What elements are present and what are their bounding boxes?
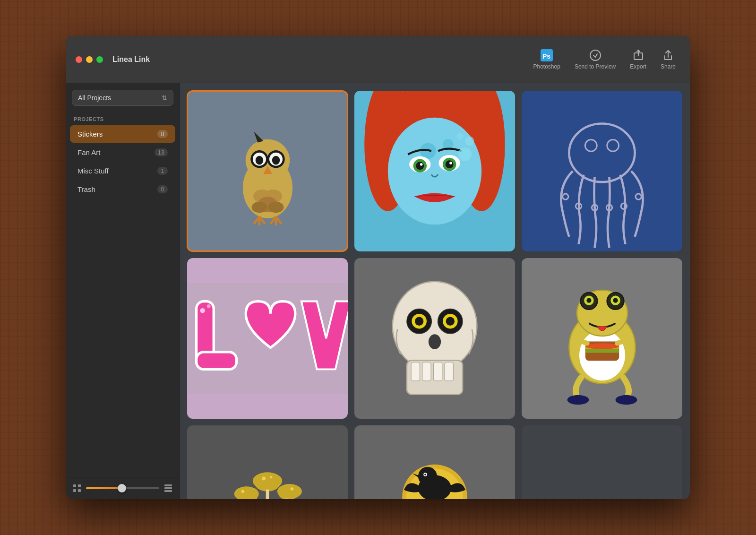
maximize-button[interactable] [96,56,103,63]
svg-rect-9 [164,487,172,489]
svg-point-92 [613,298,618,303]
window-title: Linea Link [112,55,150,64]
share-button[interactable]: Share [661,49,676,70]
sidebar-item-fan-art-label: Fan Art [77,148,155,156]
svg-point-50 [457,133,464,139]
export-button[interactable]: Export [630,49,646,70]
svg-point-112 [241,490,245,493]
svg-point-91 [586,298,591,303]
traffic-lights [76,56,103,63]
sidebar-item-trash-count: 0 [157,185,168,193]
gallery-card-skull1[interactable] [354,258,515,419]
project-selector[interactable]: All Projects ⇅ [72,90,173,106]
project-selector-label: All Projects [78,94,111,102]
svg-point-116 [291,488,294,491]
share-label: Share [661,63,676,70]
svg-rect-80 [411,362,420,380]
svg-point-115 [277,484,302,499]
svg-point-111 [234,487,259,499]
svg-point-18 [255,155,263,164]
sidebar-item-misc-stuff-count: 1 [157,167,168,175]
toolbar-actions: Ps Photoshop Send to Preview Export [533,49,676,70]
gallery-card-mushroom[interactable] [187,425,348,499]
svg-point-24 [251,201,267,212]
gallery-card-owl[interactable] [187,91,348,251]
svg-point-126 [424,474,426,475]
svg-rect-81 [422,362,431,380]
sidebar-item-misc-stuff[interactable]: Misc Stuff 1 [70,162,175,180]
svg-point-124 [418,466,437,485]
svg-point-108 [270,476,272,479]
zoom-slider-track [86,487,159,489]
owl-artwork [187,91,348,251]
svg-rect-4 [73,484,76,487]
gallery-grid [187,91,682,499]
send-to-preview-button[interactable]: Send to Preview [575,49,616,70]
projects-section-header: PROJECTS [66,112,179,125]
close-button[interactable] [76,56,82,63]
svg-point-71 [393,281,477,371]
gallery-card-frog[interactable] [522,258,682,419]
view-list-icon[interactable] [163,483,173,493]
send-to-preview-icon [589,49,601,61]
svg-point-77 [446,317,455,325]
sidebar: All Projects ⇅ PROJECTS Stickers 8 Fan A… [66,83,180,499]
gallery-card-love[interactable] [187,258,348,419]
gallery-card-mermaid[interactable] [354,91,515,251]
svg-point-106 [253,473,282,490]
svg-rect-82 [433,362,442,380]
mermaid-artwork [354,91,515,251]
main-content: All Projects ⇅ PROJECTS Stickers 8 Fan A… [66,83,690,499]
zoom-slider-container [86,487,159,489]
svg-point-95 [585,343,619,349]
svg-point-36 [388,118,481,225]
sidebar-item-fan-art-count: 13 [155,148,168,156]
svg-rect-63 [197,352,237,370]
svg-point-2 [590,50,601,60]
share-icon [662,49,674,61]
svg-marker-13 [254,131,263,142]
app-window: Linea Link Ps Photoshop Send to Preview [66,36,690,499]
gallery [180,83,690,499]
project-selector-arrows-icon: ⇅ [162,94,167,102]
svg-point-47 [449,162,452,164]
svg-point-45 [446,160,454,168]
zoom-slider-thumb[interactable] [118,484,126,492]
export-label: Export [630,63,646,70]
send-to-preview-label: Send to Preview [575,63,616,70]
svg-point-70 [207,304,211,308]
svg-point-98 [615,395,637,405]
svg-point-48 [458,147,472,161]
sidebar-item-fan-art[interactable]: Fan Art 13 [70,144,175,161]
svg-point-107 [262,477,266,481]
mushroom-artwork [187,425,348,499]
sidebar-item-trash-label: Trash [77,185,157,193]
sidebar-item-trash[interactable]: Trash 0 [70,181,175,198]
photoshop-label: Photoshop [533,63,560,70]
sidebar-item-misc-stuff-label: Misc Stuff [77,167,157,175]
svg-point-78 [429,334,441,349]
frog-artwork [522,258,682,419]
photoshop-button[interactable]: Ps Photoshop [533,49,560,70]
minimize-button[interactable] [86,56,93,63]
svg-point-49 [465,136,474,146]
gallery-card-octopus[interactable] [522,91,682,251]
svg-text:Ps: Ps [542,52,550,60]
love-artwork [187,258,348,419]
svg-point-25 [268,201,284,212]
export-icon [632,49,644,61]
photoshop-icon: Ps [541,49,553,61]
zoom-slider-fill [86,487,119,489]
gallery-card-empty [522,425,682,499]
svg-rect-51 [529,91,675,251]
svg-rect-10 [164,490,172,492]
sidebar-item-stickers-label: Stickers [77,130,157,138]
sidebar-item-stickers[interactable]: Stickers 8 [70,125,175,143]
sidebar-bottom [66,477,179,499]
svg-rect-8 [164,484,172,486]
svg-rect-5 [78,484,81,487]
gallery-card-crow[interactable] [354,425,515,499]
view-grid-icon[interactable] [72,483,82,493]
sidebar-item-stickers-count: 8 [157,130,168,138]
svg-point-19 [272,155,279,164]
